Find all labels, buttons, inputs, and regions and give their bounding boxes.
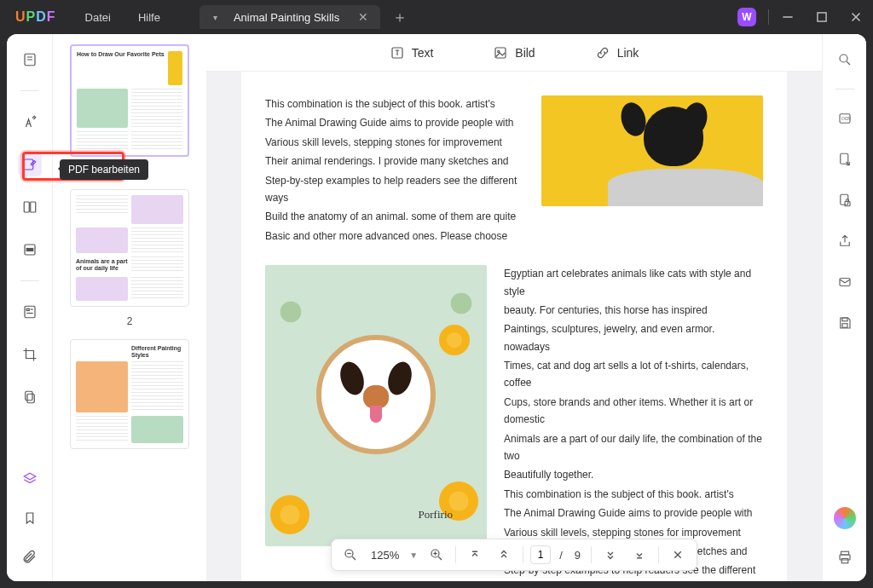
reader-tool[interactable] — [18, 48, 42, 72]
zoom-in-button[interactable] — [425, 543, 448, 567]
svg-rect-17 — [27, 394, 34, 403]
text-block-2[interactable]: Egyptian art celebrates animals like cat… — [504, 265, 763, 581]
redact-tool[interactable] — [18, 238, 42, 262]
svg-rect-39 — [842, 318, 847, 321]
edit-toolbar: Text Bild Link — [206, 34, 822, 72]
page-total: 9 — [571, 549, 584, 562]
print-icon[interactable] — [833, 545, 857, 569]
edit-pdf-tool[interactable] — [18, 153, 42, 176]
ai-assistant-icon[interactable] — [833, 506, 857, 530]
close-pager-button[interactable] — [666, 543, 690, 567]
zoom-value: 125% — [367, 549, 402, 562]
last-page-button[interactable] — [627, 543, 651, 567]
zoom-out-button[interactable] — [338, 543, 362, 567]
next-page-button[interactable] — [598, 543, 622, 567]
svg-rect-9 — [30, 202, 35, 212]
ocr-icon[interactable]: OCR — [833, 107, 857, 130]
thumbnail-number-2: 2 — [127, 315, 133, 327]
text-block-1[interactable]: This combination is the subject of this … — [265, 95, 524, 246]
zoom-dropdown-icon[interactable]: ▼ — [408, 551, 419, 560]
app-logo: UPDF — [0, 9, 72, 25]
menu-file[interactable]: Datei — [72, 11, 124, 24]
embroidery-image[interactable]: Porfirio — [265, 265, 487, 546]
left-toolbar — [7, 34, 53, 581]
thumbnail-page-2[interactable]: Animals are a part of our daily life — [70, 189, 189, 307]
tab-add-button[interactable]: ＋ — [380, 7, 419, 27]
right-toolbar: OCR — [822, 34, 866, 581]
page-viewport[interactable]: This combination is the subject of this … — [206, 72, 822, 581]
window-close-button[interactable] — [839, 0, 873, 34]
thumbnail-panel: How to Draw Our Favorite Pets 1 Animals … — [53, 34, 206, 581]
svg-rect-8 — [24, 202, 29, 212]
titlebar: UPDF Datei Hilfe ▾ Animal Painting Skill… — [0, 0, 873, 34]
document-tab[interactable]: ▾ Animal Painting Skills ✕ — [199, 5, 380, 29]
page-sep: / — [556, 549, 566, 562]
svg-rect-12 — [25, 306, 35, 318]
organize-tool[interactable] — [18, 195, 42, 219]
svg-rect-38 — [840, 279, 850, 286]
svg-point-21 — [498, 50, 500, 52]
window-maximize-button[interactable] — [805, 0, 839, 34]
edit-link-button[interactable]: Link — [595, 45, 639, 61]
search-icon[interactable] — [833, 48, 857, 72]
svg-rect-37 — [845, 202, 850, 206]
svg-rect-40 — [842, 324, 847, 328]
page-navigator: 125% ▼ / 9 — [331, 539, 697, 571]
main-view: Text Bild Link This combination is the s… — [206, 34, 822, 581]
convert-icon[interactable] — [833, 147, 857, 171]
save-icon[interactable] — [833, 311, 857, 335]
pug-image[interactable] — [541, 95, 763, 206]
email-icon[interactable] — [833, 270, 857, 294]
edit-text-button[interactable]: Text — [390, 45, 434, 61]
svg-line-24 — [352, 556, 356, 560]
crop-tool[interactable] — [18, 343, 42, 366]
svg-rect-11 — [26, 249, 33, 251]
svg-rect-1 — [818, 13, 826, 21]
share-icon[interactable] — [833, 229, 857, 253]
annotate-tool[interactable] — [18, 110, 42, 134]
user-badge[interactable]: W — [737, 8, 756, 26]
form-tool[interactable] — [18, 300, 42, 324]
svg-rect-16 — [25, 391, 32, 401]
first-page-button[interactable] — [463, 543, 487, 567]
svg-text:OCR: OCR — [841, 117, 850, 121]
tab-dropdown-icon[interactable]: ▾ — [208, 13, 223, 22]
attachment-icon[interactable] — [18, 545, 42, 569]
protect-icon[interactable] — [833, 188, 857, 212]
prev-page-button[interactable] — [492, 543, 516, 567]
thumbnail-page-3[interactable]: Different Painting Styles — [70, 339, 189, 449]
window-minimize-button[interactable] — [771, 0, 805, 34]
edit-image-button[interactable]: Bild — [493, 45, 535, 61]
layers-icon[interactable] — [18, 467, 42, 491]
document-page: This combination is the subject of this … — [241, 72, 787, 581]
svg-line-32 — [847, 61, 850, 65]
page-input[interactable] — [530, 545, 551, 564]
thumbnail-page-1[interactable]: How to Draw Our Favorite Pets — [70, 44, 189, 157]
svg-rect-43 — [841, 559, 848, 563]
workspace: PDF bearbeiten How to Draw Our Favorite … — [7, 34, 866, 581]
svg-line-28 — [438, 556, 442, 560]
tab-title: Animal Painting Skills — [234, 11, 339, 24]
svg-point-31 — [840, 55, 847, 62]
watermark-tool[interactable] — [18, 385, 42, 409]
tab-close-icon[interactable]: ✕ — [355, 10, 372, 24]
svg-rect-7 — [24, 159, 33, 170]
bookmark-icon[interactable] — [18, 506, 42, 530]
svg-rect-13 — [26, 308, 29, 310]
edit-tooltip: PDF bearbeiten — [60, 159, 148, 180]
menu-help[interactable]: Hilfe — [124, 11, 174, 24]
